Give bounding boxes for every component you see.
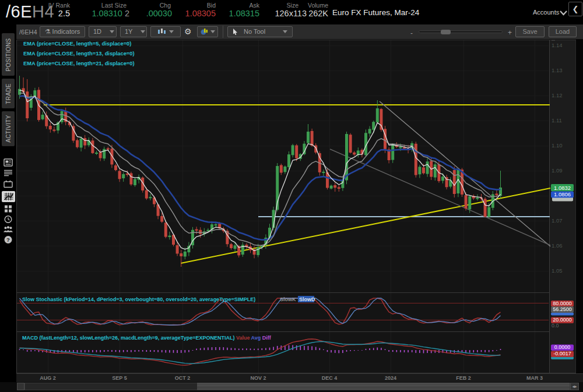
svg-text:1.13: 1.13 [552, 67, 563, 73]
svg-text:Slow Stochastic (kPeriod=14, d: Slow Stochastic (kPeriod=14, dPeriod=3, … [22, 296, 255, 302]
svg-text:1.10: 1.10 [552, 142, 563, 149]
svg-text:-0.0017: -0.0017 [553, 351, 571, 356]
svg-text:1.07: 1.07 [552, 217, 563, 224]
svg-text:EMA (price=CLOSE, length=13, d: EMA (price=CLOSE, length=13, displace=0) [23, 51, 135, 56]
svg-text:56.2500: 56.2500 [553, 306, 572, 312]
svg-text:1.12: 1.12 [552, 92, 563, 98]
svg-text:0.0: 0.0 [552, 323, 559, 329]
svg-text:MACD (fastLength=12, slowLengt: MACD (fastLength=12, slowLength=26, macd… [22, 335, 272, 341]
svg-text:1.14: 1.14 [552, 42, 563, 48]
svg-text:SlowD: SlowD [299, 296, 315, 302]
svg-text:1.11: 1.11 [552, 117, 562, 123]
svg-text:SlowK: SlowK [280, 296, 296, 302]
svg-text:EMA (price=CLOSE, length=5, di: EMA (price=CLOSE, length=5, displace=0) [23, 41, 131, 47]
svg-text:1.09: 1.09 [552, 167, 563, 174]
svg-text:20.0000: 20.0000 [553, 317, 572, 323]
svg-text:1.06: 1.06 [552, 242, 563, 249]
svg-text:0.0000: 0.0000 [554, 344, 571, 350]
svg-text:1.0832: 1.0832 [554, 185, 571, 191]
svg-text:1.05: 1.05 [552, 267, 563, 274]
svg-text:80.0000: 80.0000 [553, 301, 572, 306]
svg-text:EMA (price=CLOSE, length=21, d: EMA (price=CLOSE, length=21, displace=0) [23, 61, 135, 66]
svg-text:1.0806: 1.0806 [554, 191, 571, 197]
